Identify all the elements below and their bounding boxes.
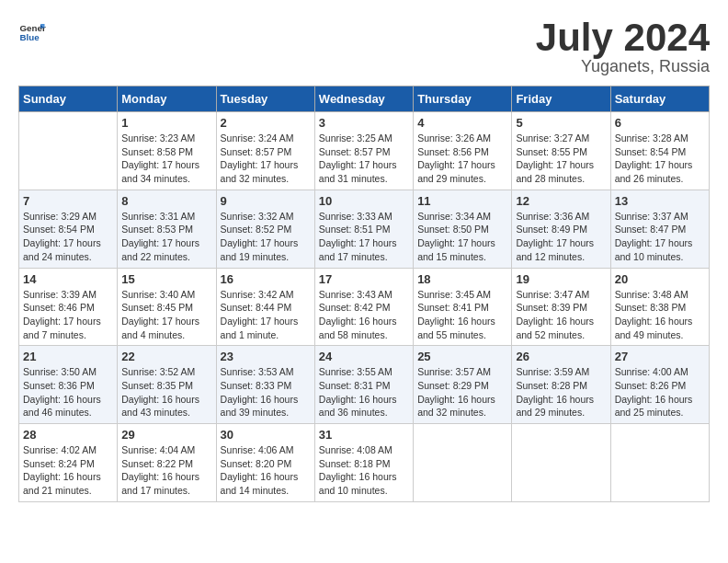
day-detail: Sunrise: 3:36 AMSunset: 8:49 PMDaylight:…	[516, 210, 606, 264]
day-number: 23	[221, 350, 311, 363]
day-detail: Sunrise: 3:29 AMSunset: 8:54 PMDaylight:…	[23, 210, 113, 264]
table-row: 7Sunrise: 3:29 AMSunset: 8:54 PMDaylight…	[19, 190, 118, 268]
day-detail: Sunrise: 4:00 AMSunset: 8:26 PMDaylight:…	[615, 365, 705, 419]
page-header: General Blue July 2024 Yuganets, Russia	[18, 18, 710, 76]
day-number: 22	[121, 350, 211, 363]
day-detail: Sunrise: 3:42 AMSunset: 8:44 PMDaylight:…	[221, 288, 311, 342]
table-row: 9Sunrise: 3:32 AMSunset: 8:52 PMDaylight…	[216, 190, 314, 268]
day-number: 31	[319, 428, 409, 442]
table-row: 23Sunrise: 3:53 AMSunset: 8:33 PMDayligh…	[216, 346, 314, 424]
day-detail: Sunrise: 3:33 AMSunset: 8:51 PMDaylight:…	[319, 210, 409, 264]
table-row: 1Sunrise: 3:23 AMSunset: 8:58 PMDaylight…	[118, 112, 216, 190]
day-number: 28	[23, 428, 113, 442]
header-thursday: Thursday	[414, 86, 512, 112]
day-detail: Sunrise: 4:08 AMSunset: 8:18 PMDaylight:…	[319, 443, 409, 498]
day-detail: Sunrise: 3:37 AMSunset: 8:47 PMDaylight:…	[615, 210, 705, 264]
calendar-week-row: 21Sunrise: 3:50 AMSunset: 8:36 PMDayligh…	[19, 346, 710, 424]
day-detail: Sunrise: 3:40 AMSunset: 8:45 PMDaylight:…	[121, 288, 211, 342]
location-subtitle: Yuganets, Russia	[536, 57, 710, 76]
header-saturday: Saturday	[610, 86, 709, 112]
table-row: 4Sunrise: 3:26 AMSunset: 8:56 PMDaylight…	[414, 112, 512, 190]
day-number: 25	[417, 350, 507, 363]
day-number: 7	[23, 194, 113, 208]
calendar-table: Sunday Monday Tuesday Wednesday Thursday…	[18, 86, 710, 502]
day-detail: Sunrise: 3:28 AMSunset: 8:54 PMDaylight:…	[615, 132, 705, 186]
day-detail: Sunrise: 3:52 AMSunset: 8:35 PMDaylight:…	[121, 365, 211, 419]
month-year-title: July 2024	[536, 18, 710, 57]
table-row: 10Sunrise: 3:33 AMSunset: 8:51 PMDayligh…	[314, 190, 413, 268]
calendar-week-row: 1Sunrise: 3:23 AMSunset: 8:58 PMDaylight…	[19, 112, 710, 190]
table-row: 13Sunrise: 3:37 AMSunset: 8:47 PMDayligh…	[610, 190, 709, 268]
table-row: 31Sunrise: 4:08 AMSunset: 8:18 PMDayligh…	[314, 424, 413, 502]
day-number: 20	[615, 272, 705, 286]
day-detail: Sunrise: 3:48 AMSunset: 8:38 PMDaylight:…	[615, 288, 705, 342]
header-sunday: Sunday	[19, 86, 118, 112]
day-number: 15	[121, 272, 211, 286]
table-row: 11Sunrise: 3:34 AMSunset: 8:50 PMDayligh…	[414, 190, 512, 268]
table-row: 25Sunrise: 3:57 AMSunset: 8:29 PMDayligh…	[414, 346, 512, 424]
table-row: 28Sunrise: 4:02 AMSunset: 8:24 PMDayligh…	[19, 424, 118, 502]
day-number: 3	[319, 116, 409, 130]
table-row: 12Sunrise: 3:36 AMSunset: 8:49 PMDayligh…	[512, 190, 610, 268]
day-detail: Sunrise: 4:06 AMSunset: 8:20 PMDaylight:…	[221, 443, 311, 498]
day-detail: Sunrise: 3:50 AMSunset: 8:36 PMDaylight:…	[23, 365, 113, 419]
day-number: 26	[516, 350, 606, 363]
day-number: 13	[615, 194, 705, 208]
table-row: 17Sunrise: 3:43 AMSunset: 8:42 PMDayligh…	[314, 268, 413, 346]
svg-text:Blue: Blue	[20, 32, 40, 42]
table-row: 15Sunrise: 3:40 AMSunset: 8:45 PMDayligh…	[118, 268, 216, 346]
day-number: 29	[121, 428, 211, 442]
day-detail: Sunrise: 3:24 AMSunset: 8:57 PMDaylight:…	[221, 132, 311, 186]
day-detail: Sunrise: 3:23 AMSunset: 8:58 PMDaylight:…	[121, 132, 211, 186]
table-row: 5Sunrise: 3:27 AMSunset: 8:55 PMDaylight…	[512, 112, 610, 190]
day-number: 5	[516, 116, 606, 130]
day-number: 2	[221, 116, 311, 130]
day-detail: Sunrise: 3:26 AMSunset: 8:56 PMDaylight:…	[417, 132, 507, 186]
calendar-week-row: 7Sunrise: 3:29 AMSunset: 8:54 PMDaylight…	[19, 190, 710, 268]
table-row: 22Sunrise: 3:52 AMSunset: 8:35 PMDayligh…	[118, 346, 216, 424]
logo: General Blue	[18, 18, 46, 46]
day-number: 24	[319, 350, 409, 363]
table-row: 29Sunrise: 4:04 AMSunset: 8:22 PMDayligh…	[118, 424, 216, 502]
table-row: 26Sunrise: 3:59 AMSunset: 8:28 PMDayligh…	[512, 346, 610, 424]
table-row: 16Sunrise: 3:42 AMSunset: 8:44 PMDayligh…	[216, 268, 314, 346]
day-detail: Sunrise: 3:45 AMSunset: 8:41 PMDaylight:…	[417, 288, 507, 342]
day-detail: Sunrise: 3:43 AMSunset: 8:42 PMDaylight:…	[319, 288, 409, 342]
table-row: 8Sunrise: 3:31 AMSunset: 8:53 PMDaylight…	[118, 190, 216, 268]
day-number: 10	[319, 194, 409, 208]
day-number: 27	[615, 350, 705, 363]
day-number: 9	[221, 194, 311, 208]
day-number: 17	[319, 272, 409, 286]
calendar-week-row: 28Sunrise: 4:02 AMSunset: 8:24 PMDayligh…	[19, 424, 710, 502]
day-number: 6	[615, 116, 705, 130]
day-number: 8	[121, 194, 211, 208]
table-row: 18Sunrise: 3:45 AMSunset: 8:41 PMDayligh…	[414, 268, 512, 346]
day-number: 1	[121, 116, 211, 130]
table-row: 14Sunrise: 3:39 AMSunset: 8:46 PMDayligh…	[19, 268, 118, 346]
table-row: 2Sunrise: 3:24 AMSunset: 8:57 PMDaylight…	[216, 112, 314, 190]
day-detail: Sunrise: 3:32 AMSunset: 8:52 PMDaylight:…	[221, 210, 311, 264]
table-row	[512, 424, 610, 502]
day-number: 11	[417, 194, 507, 208]
day-detail: Sunrise: 3:39 AMSunset: 8:46 PMDaylight:…	[23, 288, 113, 342]
day-detail: Sunrise: 3:31 AMSunset: 8:53 PMDaylight:…	[121, 210, 211, 264]
day-detail: Sunrise: 4:04 AMSunset: 8:22 PMDaylight:…	[121, 443, 211, 498]
day-number: 12	[516, 194, 606, 208]
header-tuesday: Tuesday	[216, 86, 314, 112]
day-number: 30	[221, 428, 311, 442]
calendar-header-row: Sunday Monday Tuesday Wednesday Thursday…	[19, 86, 710, 112]
day-detail: Sunrise: 3:47 AMSunset: 8:39 PMDaylight:…	[516, 288, 606, 342]
table-row	[610, 424, 709, 502]
logo-icon: General Blue	[18, 18, 46, 46]
day-number: 4	[417, 116, 507, 130]
day-detail: Sunrise: 3:57 AMSunset: 8:29 PMDaylight:…	[417, 365, 507, 419]
table-row: 20Sunrise: 3:48 AMSunset: 8:38 PMDayligh…	[610, 268, 709, 346]
table-row: 30Sunrise: 4:06 AMSunset: 8:20 PMDayligh…	[216, 424, 314, 502]
day-number: 16	[221, 272, 311, 286]
day-number: 14	[23, 272, 113, 286]
day-number: 18	[417, 272, 507, 286]
day-detail: Sunrise: 4:02 AMSunset: 8:24 PMDaylight:…	[23, 443, 113, 498]
table-row: 27Sunrise: 4:00 AMSunset: 8:26 PMDayligh…	[610, 346, 709, 424]
day-number: 21	[23, 350, 113, 363]
header-monday: Monday	[118, 86, 216, 112]
